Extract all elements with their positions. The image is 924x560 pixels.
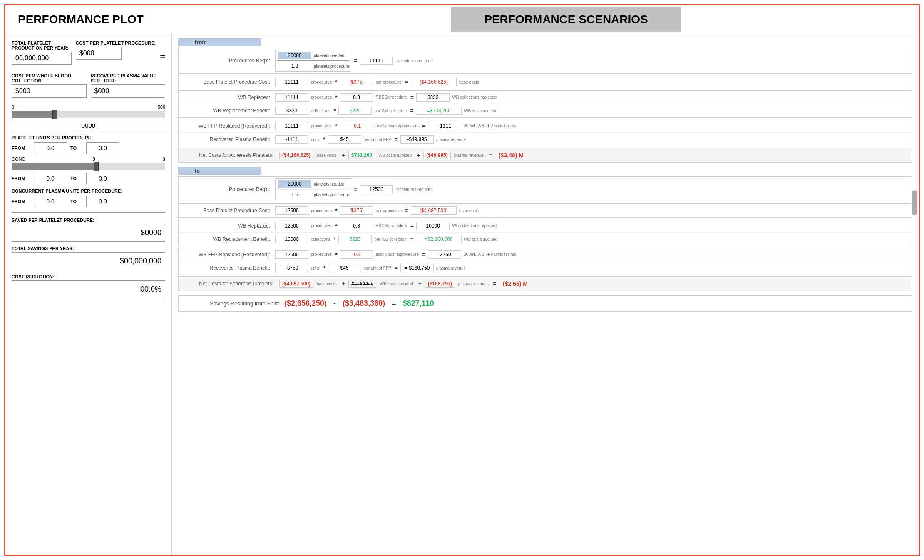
- slider2-thumb[interactable]: [94, 162, 99, 171]
- total-platelet-label: TOTAL PLATELET PRODUCTION PER YEAR:: [12, 40, 72, 50]
- from-procedures-label: Procedures Req'd:: [179, 58, 274, 64]
- to-wb-benefit-cost: $220: [338, 235, 372, 243]
- top-header: PERFORMANCE PLOT PERFORMANCE SCENARIOS: [5, 5, 919, 34]
- from-recovered-cost-sub: per unit of FFP: [362, 137, 393, 142]
- to-wb-replaced-procs-sub: procedures: [309, 223, 333, 228]
- platelet-to-input[interactable]: [86, 142, 119, 154]
- from-wb-benefit-cost: $220: [338, 107, 372, 115]
- platelet-from2-input[interactable]: [34, 173, 67, 184]
- total-platelet-input[interactable]: [12, 52, 72, 65]
- from-wb-benefit-row: WB Replacement Benefit: 3333 collections…: [179, 104, 912, 117]
- divider1: [12, 212, 165, 213]
- eq-op-2: =: [403, 79, 410, 85]
- cost-wb-input[interactable]: [12, 84, 87, 98]
- eq-op-5: =: [420, 123, 427, 129]
- cost-wb-group: COST PER WHOLE BLOOD COLLECTION:: [12, 73, 87, 98]
- to-net-costs-row: Net Costs for Apheresis Platelets: ($4,6…: [178, 276, 912, 291]
- from-net-costs-row: Net Costs for Apheresis Platelets: ($4,1…: [178, 148, 912, 163]
- slider1-container: 0 500 0000: [12, 104, 165, 131]
- to-divisor: 1.6: [278, 191, 311, 198]
- from-recovered-units: -1111: [275, 135, 308, 144]
- platelet-units-label: PLATELET UNITS PER PROCEDURE:: [12, 135, 165, 140]
- slider2-labels: CONC 0 3: [12, 156, 165, 161]
- menu-icon[interactable]: ≡: [160, 52, 165, 63]
- slider1-min: 0: [12, 104, 14, 109]
- total-savings-group: TOTAL SAVINGS PER YEAR: $00,000,000: [12, 246, 165, 270]
- recovered-plasma-input[interactable]: [91, 84, 166, 98]
- from-platelets-needed: 20000: [278, 52, 311, 59]
- from2-label: FROM: [12, 176, 30, 181]
- cost-wb-label: COST PER WHOLE BLOOD COLLECTION:: [12, 73, 87, 83]
- plasma-from-input[interactable]: [34, 196, 67, 207]
- to-recovered-result-sub: plasma revenue: [435, 266, 467, 270]
- to-wb-replaced-result: 10000: [416, 222, 450, 230]
- from3-label: FROM: [12, 199, 30, 204]
- eq-op-6: =: [393, 136, 400, 143]
- scenarios-title-wrap: PERFORMANCE SCENARIOS: [214, 5, 919, 34]
- eq-op-1: =: [352, 57, 359, 64]
- slider2-track[interactable]: [12, 163, 165, 170]
- from-wb-benefit-label: WB Replacement Benefit:: [179, 108, 274, 114]
- to-recovered-cost-sub: per unit of FFP: [362, 266, 393, 270]
- from-scenario: from Procedures Req'd: 20000 platelets n…: [178, 38, 912, 163]
- from-base-procs-sub: procedures: [309, 80, 333, 84]
- eq-op-3: =: [409, 94, 415, 101]
- from-ffp-result: -1111: [428, 122, 461, 130]
- to-net-wb: ########: [348, 280, 376, 288]
- from-wb-benefit-colls-sub: collections: [309, 109, 332, 113]
- mult-op-2: *: [333, 94, 339, 101]
- to-wb-replaced-mult-sub: RBCS/procedure: [374, 223, 409, 228]
- mult-op-5: *: [321, 136, 327, 143]
- to-ffp-block: WB FFP Replaced (Recovered): 12500 proce…: [178, 248, 912, 275]
- cost-reduction-value: 00.0%: [12, 280, 165, 298]
- platelet-from-input[interactable]: [34, 142, 67, 154]
- from-proc-result: 11111: [360, 57, 393, 65]
- total-platelet-group: TOTAL PLATELET PRODUCTION PER YEAR:: [12, 40, 72, 65]
- second-inputs-row: COST PER WHOLE BLOOD COLLECTION: RECOVER…: [12, 73, 165, 102]
- cost-per-procedure-input[interactable]: [76, 47, 122, 60]
- concurrent-plasma-label: CONCURRENT PLASMA UNITS PER PROCEDURE:: [12, 188, 165, 193]
- from-wb-replaced-mult-sub: RBCS/procedure: [374, 95, 409, 99]
- to-net-plasma-sub: plasma revenue: [457, 282, 489, 286]
- conc-label: CONC: [12, 156, 25, 161]
- performance-scenarios-title: PERFORMANCE SCENARIOS: [451, 7, 681, 32]
- to-header: to: [178, 167, 261, 175]
- from-base-cost-result-sub: base costs: [457, 80, 481, 84]
- to-procedures-label: Procedures Req'd:: [179, 186, 274, 192]
- from-net-wb-sub: WB costs avoided: [377, 153, 413, 158]
- cost-reduction-group: COST REDUCTION: 00.0%: [12, 274, 165, 298]
- to-proc-result: 12500: [360, 185, 393, 193]
- slider1-labels: 0 500: [12, 104, 165, 109]
- total-savings-value: $00,000,000: [12, 252, 165, 270]
- from-wb-replaced-procs: 11111: [275, 93, 308, 102]
- from-net-label: Net Costs for Apheresis Platelets:: [182, 152, 278, 158]
- recovered-plasma-group: RECOVERED PLASMA VALUE PER LITER:: [91, 73, 166, 98]
- from-ffp-label: WB FFP Replaced (Recovered):: [179, 123, 274, 129]
- platelet-from-to-row: FROM TO: [12, 142, 165, 154]
- to-base-cost-result: ($4,687,500): [411, 206, 457, 215]
- slider1-track[interactable]: [12, 111, 165, 118]
- to-base-cost-label: Base Platelet Procedrue Cost:: [179, 208, 274, 213]
- from-wb-benefit-colls: 3333: [275, 107, 308, 115]
- saved-per-procedure-label: SAVED PER PLATELET PROCEDURE:: [12, 218, 165, 223]
- scrollbar[interactable]: [912, 190, 917, 215]
- to-net-label: Net Costs for Apheresis Platelets:: [182, 281, 278, 287]
- from-recovered-result-sub: plasma revenue: [435, 137, 467, 142]
- from-ffp-procs: 11111: [275, 122, 308, 130]
- from-base-cost-row: Base Platelet Procedrue Cost: 11111 proc…: [179, 75, 912, 89]
- from1-label: FROM: [12, 146, 30, 151]
- savings-label: Savings Resulting from Shift:: [184, 300, 279, 307]
- from-net-plasma-sub: plasma revenue: [452, 153, 485, 158]
- plasma-to-input[interactable]: [86, 196, 119, 207]
- from-wb-replaced-procs-sub: procedures: [309, 95, 333, 99]
- slider1-thumb[interactable]: [52, 110, 57, 119]
- recovered-plasma-label: RECOVERED PLASMA VALUE PER LITER:: [91, 73, 166, 83]
- to-recovered-label: Recovered Plasma Benefit:: [179, 265, 274, 271]
- platelet-to2-input[interactable]: [86, 173, 119, 184]
- from-wb-block: WB Replaced: 11111 procedures * 0.3 RBCS…: [178, 90, 912, 118]
- from-recovered-label: Recovered Plasma Benefit:: [179, 136, 274, 142]
- to-wb-benefit-row: WB Replacement Benefit: 10000 collection…: [179, 233, 912, 246]
- from-wb-replaced-result: 3333: [416, 93, 450, 102]
- to-recovered-row: Recovered Plasma Benefit: -3750 units * …: [179, 261, 912, 275]
- mult-op-3: *: [332, 107, 338, 114]
